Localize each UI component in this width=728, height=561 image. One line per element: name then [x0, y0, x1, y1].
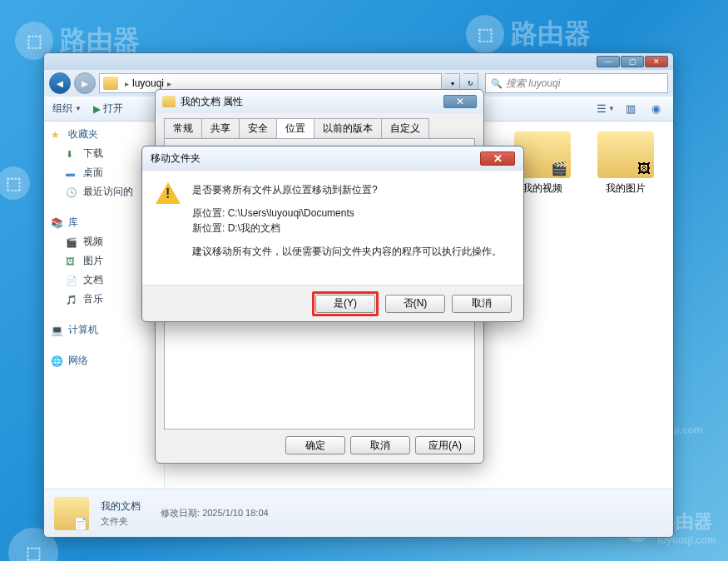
move-titlebar[interactable]: 移动文件夹 ✕	[142, 146, 523, 170]
document-icon	[66, 275, 79, 286]
network-icon	[51, 355, 64, 367]
router-icon	[466, 15, 504, 53]
move-question: 是否要将所有文件从原位置移动到新位置?	[192, 182, 502, 198]
warning-icon	[156, 182, 182, 207]
open-menu[interactable]: ▶打开	[93, 102, 123, 116]
organize-menu[interactable]: 组织▼	[52, 102, 82, 116]
maximize-button[interactable]: ▢	[621, 56, 644, 67]
ok-button[interactable]: 确定	[285, 436, 345, 454]
properties-titlebar[interactable]: 我的文档 属性 ✕	[156, 90, 483, 113]
help-button[interactable]: ◉	[646, 100, 665, 118]
folder-icon	[103, 77, 118, 90]
file-my-pictures[interactable]: 我的图片	[593, 132, 658, 196]
tab-security[interactable]: 安全	[239, 118, 277, 138]
sidebar-network[interactable]: 网络	[44, 351, 164, 370]
nav-forward-button[interactable]: ►	[74, 72, 96, 94]
router-icon	[0, 166, 30, 200]
video-icon	[66, 236, 79, 248]
picture-icon	[66, 256, 79, 267]
library-icon	[51, 217, 64, 229]
cancel-button[interactable]: 取消	[452, 295, 512, 313]
details-name: 我的文档	[101, 499, 141, 514]
breadcrumb-folder[interactable]: luyouqi	[132, 77, 164, 89]
sidebar-favorites[interactable]: ★收藏夹	[44, 125, 164, 144]
chevron-right-icon: ▸	[167, 79, 171, 88]
move-message: 是否要将所有文件从原位置移动到新位置? 原位置: C:\Users\luyouq…	[192, 182, 502, 276]
properties-tabs: 常规 共享 安全 位置 以前的版本 自定义	[156, 113, 483, 138]
tab-general[interactable]: 常规	[164, 118, 202, 138]
chevron-right-icon: ▸	[125, 79, 129, 88]
recent-icon	[66, 186, 79, 198]
details-mod-label: 修改日期:	[161, 508, 200, 518]
file-label: 我的图片	[593, 181, 658, 196]
download-icon	[66, 148, 79, 160]
watermark-text: 路由器	[511, 16, 591, 52]
nav-back-button[interactable]: ◄	[49, 72, 71, 94]
folder-icon	[162, 96, 176, 107]
properties-title: 我的文档 属性	[181, 95, 243, 109]
tab-sharing[interactable]: 共享	[201, 118, 240, 138]
minimize-button[interactable]: —	[597, 56, 620, 67]
details-mod-value: 2025/1/10 18:04	[202, 508, 269, 518]
tab-custom[interactable]: 自定义	[381, 118, 429, 138]
folder-icon	[54, 497, 89, 530]
new-path: D:\我的文档	[228, 222, 280, 234]
view-options-button[interactable]: ☰▼	[597, 100, 615, 118]
sidebar-computer[interactable]: 计算机	[44, 320, 164, 340]
move-title: 移动文件夹	[151, 151, 201, 166]
details-pane: 我的文档 文件夹 修改日期: 2025/1/10 18:04	[44, 489, 673, 537]
orig-path: C:\Users\luyouqi\Documents	[228, 207, 354, 219]
tab-previous-versions[interactable]: 以前的版本	[314, 118, 382, 138]
search-placeholder: 搜索 luyouqi	[506, 77, 560, 91]
preview-pane-button[interactable]: ▥	[622, 100, 640, 118]
no-button[interactable]: 否(N)	[385, 295, 445, 313]
details-type: 文件夹	[101, 515, 141, 528]
close-button[interactable]: ✕	[645, 56, 668, 67]
window-titlebar: — ▢ ✕	[44, 53, 673, 70]
desktop-icon	[66, 167, 79, 179]
computer-icon	[51, 325, 64, 336]
close-button[interactable]: ✕	[443, 95, 477, 108]
yes-button[interactable]: 是(Y)	[315, 295, 375, 313]
tab-location[interactable]: 位置	[276, 118, 314, 138]
move-advice: 建议移动所有文件，以便需要访问文件夹内容的程序可以执行此操作。	[192, 244, 502, 260]
star-icon: ★	[51, 129, 64, 141]
music-icon	[66, 294, 79, 305]
new-label: 新位置:	[192, 222, 225, 234]
orig-label: 原位置:	[192, 207, 225, 219]
folder-icon	[597, 132, 654, 178]
highlight-annotation: 是(Y)	[312, 291, 379, 316]
move-folder-dialog: 移动文件夹 ✕ 是否要将所有文件从原位置移动到新位置? 原位置: C:\User…	[141, 146, 524, 322]
cancel-button[interactable]: 取消	[350, 436, 410, 454]
search-input[interactable]: 搜索 luyouqi	[485, 73, 668, 93]
close-button[interactable]: ✕	[480, 151, 515, 166]
apply-button[interactable]: 应用(A)	[415, 436, 475, 454]
